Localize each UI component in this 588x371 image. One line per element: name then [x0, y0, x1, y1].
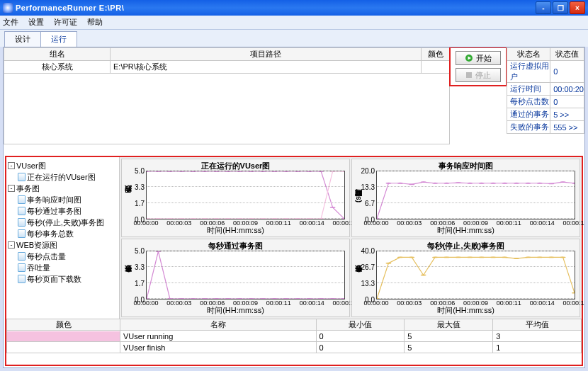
svg-point-65 — [237, 298, 242, 299]
start-button[interactable]: 开始 — [456, 51, 501, 65]
svg-point-90 — [548, 256, 554, 258]
svg-point-21 — [147, 218, 149, 219]
menu-help[interactable]: 帮助 — [87, 17, 103, 28]
minimize-button[interactable]: - — [536, 1, 551, 14]
upper-panel: 组名 项目路径 颜色 核心系统 E:\PR\核心系统 开始 停止 — [4, 47, 584, 144]
chart-fail[interactable]: 每秒(停止,失败)事务图事务数时间(HH:mm:ss)0.013.326.740… — [351, 239, 580, 317]
svg-point-16 — [295, 171, 300, 172]
svg-point-20 — [341, 218, 344, 219]
svg-point-55 — [560, 181, 566, 183]
svg-point-79 — [421, 275, 426, 276]
chart-pass[interactable]: 每秒通过事务图事务数时间(HH:mm:ss)0.01.73.35.000:00:… — [121, 239, 350, 317]
cell-group: 核心系统 — [4, 61, 111, 74]
svg-point-43 — [421, 181, 426, 183]
svg-point-23 — [167, 218, 173, 219]
stop-button[interactable]: 停止 — [456, 68, 501, 82]
svg-point-6 — [179, 171, 184, 172]
svg-point-11 — [237, 171, 242, 172]
svg-point-59 — [167, 298, 173, 299]
svg-point-81 — [444, 256, 450, 258]
svg-point-57 — [147, 298, 149, 299]
svg-point-45 — [444, 183, 450, 184]
svg-point-26 — [202, 218, 208, 219]
tree-trans-3[interactable]: 每秒事务总数 — [8, 228, 118, 239]
svg-point-44 — [432, 183, 438, 184]
cell-color — [422, 61, 450, 74]
tree-web[interactable]: -WEB资源图 — [8, 239, 118, 251]
svg-point-69 — [283, 298, 289, 299]
chart-tree: -VUser图 正在运行的VUser图 -事务图 事务响应时间图 每秒通过事务图… — [6, 157, 120, 319]
tab-design[interactable]: 设计 — [4, 31, 41, 47]
svg-point-70 — [295, 298, 300, 299]
tree-vuser-running[interactable]: 正在运行的VUser图 — [8, 171, 118, 183]
svg-point-83 — [467, 256, 473, 258]
tree-web-0[interactable]: 每秒点击量 — [8, 251, 118, 262]
charts-panel: -VUser图 正在运行的VUser图 -事务图 事务响应时间图 每秒通过事务图… — [5, 156, 583, 366]
play-icon — [465, 54, 473, 62]
svg-point-63 — [214, 298, 220, 299]
svg-point-58 — [156, 251, 162, 252]
svg-point-47 — [467, 183, 473, 184]
col-group: 组名 — [4, 48, 111, 61]
svg-point-91 — [560, 256, 566, 258]
tree-vuser[interactable]: -VUser图 — [8, 160, 118, 171]
status-row: 运行时间00:00:20 — [507, 83, 584, 96]
tree-trans-0[interactable]: 事务响应时间图 — [8, 194, 118, 205]
svg-point-8 — [202, 171, 208, 172]
svg-point-77 — [397, 256, 403, 258]
app-icon — [3, 3, 13, 13]
svg-point-15 — [283, 171, 289, 172]
start-label: 开始 — [476, 53, 492, 64]
svg-point-34 — [295, 218, 300, 219]
svg-point-84 — [479, 256, 485, 258]
svg-point-85 — [490, 256, 496, 258]
status-row: 运行虚拟用户0 — [507, 61, 584, 83]
tree-trans-2[interactable]: 每秒(停止,失败)事务图 — [8, 217, 118, 228]
svg-point-51 — [514, 183, 519, 184]
tree-trans[interactable]: -事务图 — [8, 183, 118, 194]
svg-point-35 — [307, 218, 312, 219]
svg-point-67 — [260, 298, 266, 299]
svg-point-37 — [330, 171, 336, 172]
svg-point-18 — [318, 171, 324, 172]
tree-trans-1[interactable]: 每秒通过事务图 — [8, 205, 118, 217]
cell-path: E:\PR\核心系统 — [111, 61, 422, 74]
svg-point-19 — [330, 207, 336, 208]
content-area: 组名 项目路径 颜色 核心系统 E:\PR\核心系统 开始 停止 — [3, 47, 585, 368]
svg-point-75 — [377, 298, 380, 299]
legend-row[interactable]: VUser finish 0 5 1 — [7, 342, 582, 353]
project-row[interactable]: 核心系统 E:\PR\核心系统 — [4, 61, 450, 74]
status-row: 失败的事务555 >> — [507, 121, 584, 134]
svg-point-5 — [167, 171, 173, 172]
svg-point-31 — [260, 218, 266, 219]
svg-point-42 — [409, 183, 414, 185]
menu-file[interactable]: 文件 — [3, 17, 18, 28]
col-path: 项目路径 — [111, 48, 422, 61]
status-table: 状态名 状态值 运行虚拟用户0 运行时间00:00:20 每秒点击数0 通过的事… — [507, 47, 584, 144]
tab-run[interactable]: 运行 — [40, 31, 77, 47]
svg-point-12 — [249, 171, 254, 172]
svg-point-33 — [283, 218, 289, 219]
menu-settings[interactable]: 设置 — [28, 17, 44, 28]
status-h-val: 状态值 — [550, 48, 584, 61]
status-row: 每秒点击数0 — [507, 96, 584, 108]
stop-label: 停止 — [475, 70, 491, 81]
chart-vuser[interactable]: 正在运行的VUser图用户数时间(HH:mm:ss)0.01.73.35.000… — [121, 159, 350, 237]
legend-row[interactable]: VUser running 0 5 3 — [7, 331, 582, 342]
svg-point-28 — [225, 218, 231, 219]
project-table: 组名 项目路径 颜色 核心系统 E:\PR\核心系统 — [4, 47, 450, 144]
svg-point-60 — [179, 298, 184, 299]
col-color: 颜色 — [422, 48, 450, 61]
svg-point-14 — [272, 171, 278, 172]
tree-web-1[interactable]: 吞吐量 — [8, 262, 118, 273]
chart-response[interactable]: 事务响应时间图响应时间(s)时间(HH:mm:ss)0.06.713.320.0… — [351, 159, 580, 237]
menu-license[interactable]: 许可证 — [54, 17, 77, 28]
tree-web-2[interactable]: 每秒页面下载数 — [8, 273, 118, 285]
svg-point-48 — [479, 183, 485, 184]
close-button[interactable]: × — [570, 1, 585, 14]
svg-point-4 — [156, 171, 162, 172]
maximize-button[interactable]: ❐ — [553, 1, 568, 14]
svg-rect-2 — [466, 72, 472, 78]
svg-point-3 — [147, 171, 149, 172]
svg-point-66 — [249, 298, 254, 299]
